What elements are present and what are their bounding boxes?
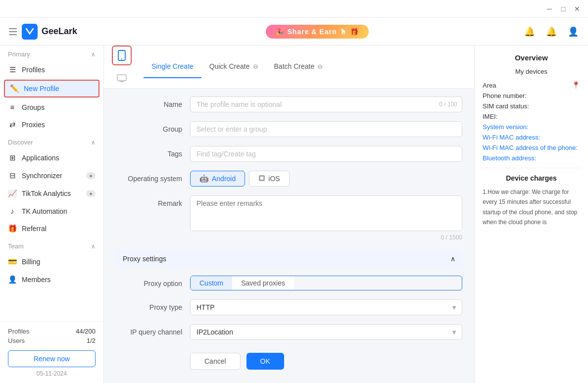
remark-counter: 0 / 1500: [190, 234, 462, 241]
sidebar-bottom: Profiles 44/200 Users 1/2 Renew now 05-1…: [0, 321, 103, 383]
sidebar-item-groups[interactable]: ≡ Groups: [0, 98, 103, 116]
tags-input[interactable]: [190, 146, 462, 162]
titlebar: ─ □ ✕: [0, 0, 588, 18]
os-android-btn[interactable]: 🤖 Android: [190, 171, 245, 187]
os-label: Operating system: [116, 171, 190, 183]
tk-automation-icon: ♪: [8, 207, 17, 215]
remark-label: Remark: [116, 195, 190, 207]
ip-query-row: IP query channel IP2Location MaxMind Cus…: [116, 324, 462, 340]
sidebar-section-primary: Primary ∧: [0, 46, 103, 61]
svg-rect-7: [260, 177, 263, 180]
new-profile-icon: ✏️: [10, 84, 19, 93]
sidebar-item-tk-automation[interactable]: ♪ TK Automation: [0, 202, 103, 220]
tags-control: [190, 146, 462, 162]
alert-icon[interactable]: 🔔: [544, 25, 558, 39]
share-cursor-icon: 🖱: [340, 28, 347, 36]
proxy-type-select[interactable]: HTTP HTTPS SOCKS5 None: [190, 299, 462, 315]
tab-batch-create[interactable]: Batch Create ⊖: [266, 55, 331, 78]
quick-create-icon: ⊖: [253, 63, 258, 70]
profiles-icon: ☰: [8, 65, 17, 74]
sidebar-item-new-profile[interactable]: ✏️ New Profile: [4, 80, 99, 97]
close-button[interactable]: ✕: [570, 2, 584, 16]
remark-textarea[interactable]: [190, 195, 462, 231]
imei-label: IMEI:: [483, 113, 580, 120]
os-ios-btn[interactable]: iOS: [249, 171, 289, 187]
sidebar-item-profiles[interactable]: ☰ Profiles: [0, 61, 103, 79]
bluetooth-field: Bluetooth address:: [483, 154, 580, 162]
svg-rect-1: [9, 31, 17, 32]
phone-number-label: Phone number:: [483, 92, 580, 99]
cancel-button[interactable]: Cancel: [190, 353, 241, 370]
renew-button[interactable]: Renew now: [8, 350, 96, 367]
sidebar-item-label: New Profile: [24, 85, 59, 93]
proxy-option-row: Proxy option Custom Saved proxies: [116, 276, 462, 290]
form-area: Name 0 / 100 Group Tags: [104, 89, 474, 383]
ip-query-select[interactable]: IP2Location MaxMind Custom: [190, 324, 462, 340]
wifi-mac-field: Wi-Fi MAC address:: [483, 134, 580, 141]
name-label: Name: [116, 96, 190, 108]
sidebar-item-synchronizer[interactable]: ⊟ Synchronizer ●: [0, 167, 103, 185]
svg-rect-2: [9, 34, 17, 35]
sidebar-section-discover: Discover ∧: [0, 134, 103, 149]
team-collapse-icon[interactable]: ∧: [91, 243, 96, 250]
tab-single-create[interactable]: Single Create: [144, 55, 201, 78]
maximize-button[interactable]: □: [556, 2, 570, 16]
sidebar: Primary ∧ ☰ Profiles ✏️ New Profile ≡ Gr…: [0, 46, 104, 383]
referral-icon: 🎁: [8, 224, 17, 233]
ok-button[interactable]: OK: [246, 353, 284, 370]
group-input[interactable]: [190, 121, 462, 137]
device-charges-text: 1.How we charge: We charge for every 15 …: [483, 187, 580, 228]
form-actions-row: Cancel OK: [116, 349, 462, 370]
ios-icon: [258, 175, 265, 183]
groups-icon: ≡: [8, 103, 17, 111]
minimize-button[interactable]: ─: [542, 2, 556, 16]
sidebar-item-billing[interactable]: 💳 Billing: [0, 253, 103, 271]
synchronizer-badge: ●: [86, 172, 96, 179]
proxy-type-label: Proxy type: [116, 299, 190, 311]
proxy-custom-btn[interactable]: Custom: [191, 276, 232, 290]
os-buttons: 🤖 Android iOS: [190, 171, 462, 187]
proxy-option-control: Custom Saved proxies: [190, 276, 462, 290]
android-icon: 🤖: [199, 174, 209, 183]
group-control: [190, 121, 462, 137]
proxies-icon: ⇄: [8, 120, 17, 129]
group-label: Group: [116, 121, 190, 133]
tab-quick-create[interactable]: Quick Create ⊖: [201, 55, 266, 78]
sidebar-item-label: TK Automation: [22, 207, 67, 215]
remark-row: Remark 0 / 1500: [116, 195, 462, 241]
actions-spacer: [116, 349, 190, 353]
proxy-saved-btn[interactable]: Saved proxies: [232, 276, 294, 290]
proxy-section-header[interactable]: Proxy settings ∧: [116, 250, 462, 268]
sidebar-item-applications[interactable]: ⊞ Applications: [0, 149, 103, 167]
area-label: Area 📍: [483, 81, 580, 89]
share-emoji-right: 🎁: [350, 28, 359, 36]
tiktok-analytics-icon: 📈: [8, 189, 17, 198]
sidebar-item-referral[interactable]: 🎁 Referral: [0, 220, 103, 238]
desktop-device-icon-btn[interactable]: [112, 68, 132, 88]
sidebar-item-label: Billing: [22, 258, 40, 266]
user-avatar-icon[interactable]: 👤: [566, 25, 580, 39]
mobile-device-icon-btn[interactable]: [112, 46, 132, 65]
proxy-collapse-icon: ∧: [450, 255, 455, 263]
svg-rect-5: [117, 75, 126, 81]
discover-collapse-icon[interactable]: ∧: [91, 139, 96, 146]
share-banner-text: Share & Earn: [288, 28, 337, 36]
sim-card-field: SIM card status:: [483, 102, 580, 110]
sidebar-item-proxies[interactable]: ⇄ Proxies: [0, 116, 103, 134]
sidebar-item-label: Members: [22, 276, 50, 284]
sidebar-toggle-icon[interactable]: [8, 27, 18, 37]
share-banner-area[interactable]: 🎉 Share & Earn 🖱 🎁: [112, 25, 523, 39]
sidebar-item-tiktok-analytics[interactable]: 📈 TikTok Analytics ●: [0, 185, 103, 202]
system-version-label: System version:: [483, 123, 580, 131]
area-field: Area 📍: [483, 81, 580, 89]
tab-row: Single Create Quick Create ⊖ Batch Creat…: [104, 46, 474, 89]
share-banner[interactable]: 🎉 Share & Earn 🖱 🎁: [266, 25, 369, 39]
applications-icon: ⊞: [8, 153, 17, 162]
imei-field: IMEI:: [483, 113, 580, 120]
notification-bell-icon[interactable]: 🔔: [523, 25, 537, 39]
sidebar-item-members[interactable]: 👤 Members: [0, 271, 103, 288]
header: GeeLark 🎉 Share & Earn 🖱 🎁 🔔 🔔 👤: [0, 18, 588, 46]
bluetooth-label: Bluetooth address:: [483, 154, 580, 162]
name-input[interactable]: [190, 96, 462, 112]
primary-collapse-icon[interactable]: ∧: [91, 51, 96, 58]
